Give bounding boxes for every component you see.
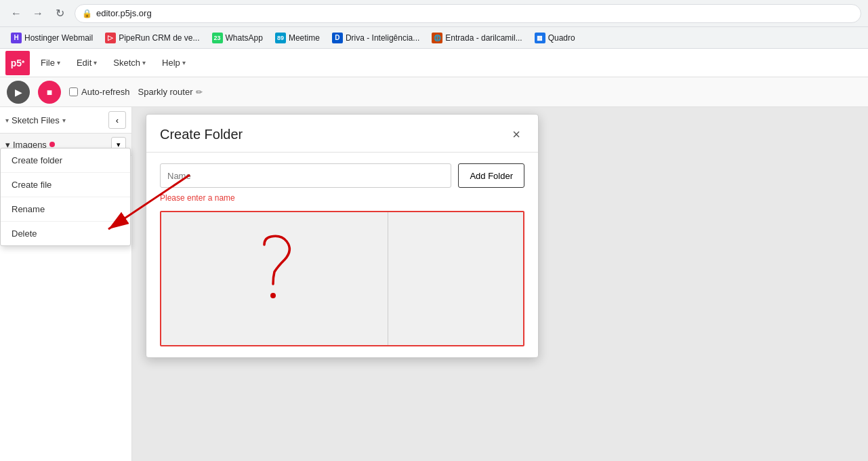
menu-sketch-arrow: ▾: [142, 59, 146, 66]
menu-edit[interactable]: Edit ▾: [71, 55, 102, 71]
context-delete[interactable]: Delete: [1, 222, 130, 245]
main-area: ▾ Sketch Files ▾ ‹ ▾ Imagens ▾ Create fo…: [0, 107, 868, 461]
menu-edit-arrow: ▾: [94, 59, 97, 66]
modal-title: Create Folder: [160, 127, 243, 142]
auto-refresh-text: Auto-refresh: [81, 87, 130, 97]
preview-area: [160, 211, 524, 346]
bookmark-hostinger[interactable]: H Hostinger Webmail: [5, 31, 98, 45]
preview-side-panel: [388, 212, 523, 345]
p5-logo: p5*: [5, 51, 30, 75]
favicon-meetime: 89: [275, 33, 286, 43]
menu-help-arrow: ▾: [182, 59, 186, 66]
bookmark-entrada-label: Entrada - darilcamil...: [445, 33, 522, 43]
menu-help-label: Help: [162, 58, 180, 68]
bookmark-quad-label: Quadro: [548, 33, 575, 43]
context-rename[interactable]: Rename: [1, 197, 130, 222]
bookmark-entrada[interactable]: 🌐 Entrada - darilcamil...: [426, 31, 527, 45]
sidebar-title-text: Sketch Files: [12, 115, 60, 125]
sidebar-back-button[interactable]: ‹: [108, 111, 126, 129]
url-text: editor.p5js.org: [96, 8, 152, 18]
browser-bar: ← → ↻ 🔒 editor.p5js.org: [0, 0, 868, 27]
bookmarks-bar: H Hostinger Webmail ▷ PipeRun CRM de ve.…: [0, 27, 868, 49]
p5-toolbar: p5* File ▾ Edit ▾ Sketch ▾ Help ▾: [0, 49, 868, 77]
sidebar-title-container: ▾ Sketch Files ▾: [5, 115, 66, 125]
menu-sketch-label: Sketch: [113, 58, 140, 68]
reload-button[interactable]: ↻: [50, 4, 69, 23]
context-create-file[interactable]: Create file: [1, 173, 130, 197]
bookmark-piperun-label: PipeRun CRM de ve...: [119, 33, 199, 43]
sketch-name-text: Sparkly router: [138, 87, 193, 97]
content-area: Create Folder × Add Folder Please enter …: [132, 107, 868, 461]
play-button[interactable]: ▶: [7, 81, 30, 104]
sidebar-dropdown-arrow[interactable]: ▾: [62, 117, 66, 124]
bookmark-driva[interactable]: D Driva - Inteligência...: [327, 31, 425, 45]
modal-header: Create Folder ×: [146, 115, 538, 153]
p5-star: *: [22, 59, 24, 67]
favicon-entrada: 🌐: [432, 33, 442, 43]
menu-sketch[interactable]: Sketch ▾: [108, 55, 151, 71]
forward-button[interactable]: →: [28, 4, 47, 23]
favicon-piperun: ▷: [105, 33, 116, 43]
folder-modified-dot: [49, 142, 55, 147]
favicon-hostinger: H: [11, 33, 22, 43]
lock-icon: 🔒: [82, 9, 92, 18]
bookmark-whatsapp[interactable]: 23 WhatsApp: [207, 31, 268, 45]
sidebar-collapse-arrow: ▾: [5, 117, 9, 124]
folder-name-input[interactable]: [160, 163, 451, 188]
auto-refresh-label[interactable]: Auto-refresh: [69, 87, 130, 97]
edit-sketch-name-icon[interactable]: ✏: [196, 87, 203, 97]
modal-body: Add Folder Please enter a name: [146, 153, 538, 357]
modal-close-button[interactable]: ×: [508, 125, 524, 144]
menu-help[interactable]: Help ▾: [157, 55, 191, 71]
sidebar: ▾ Sketch Files ▾ ‹ ▾ Imagens ▾ Create fo…: [0, 107, 132, 461]
context-menu: Create folder Create file Rename Delete: [0, 148, 131, 246]
menu-file-label: File: [41, 58, 55, 68]
auto-refresh-checkbox[interactable]: [69, 87, 78, 96]
question-mark-svg: [234, 231, 315, 326]
favicon-whatsapp: 23: [212, 33, 223, 43]
bookmark-piperun[interactable]: ▷ PipeRun CRM de ve...: [100, 31, 205, 45]
modal-overlay: Create Folder × Add Folder Please enter …: [132, 107, 868, 461]
back-button[interactable]: ←: [7, 4, 26, 23]
stop-button[interactable]: ■: [38, 81, 61, 104]
url-bar[interactable]: 🔒 editor.p5js.org: [75, 4, 861, 23]
context-create-folder[interactable]: Create folder: [1, 148, 130, 173]
sidebar-header: ▾ Sketch Files ▾ ‹: [0, 107, 131, 134]
bookmark-hostinger-label: Hostinger Webmail: [24, 33, 93, 43]
bookmark-meetime-label: Meetime: [289, 33, 320, 43]
sketch-name-container: Sparkly router ✏: [138, 87, 203, 97]
add-folder-button[interactable]: Add Folder: [458, 163, 524, 188]
favicon-quad: ▦: [535, 33, 545, 43]
menu-file-arrow: ▾: [57, 59, 60, 66]
preview-main: [161, 212, 388, 345]
control-bar: ▶ ■ Auto-refresh Sparkly router ✏: [0, 77, 868, 107]
favicon-driva: D: [332, 33, 343, 43]
menu-edit-label: Edit: [77, 58, 91, 68]
svg-point-2: [270, 293, 276, 298]
app-container: p5* File ▾ Edit ▾ Sketch ▾ Help ▾ ▶ ■ Au…: [0, 49, 868, 461]
create-folder-modal: Create Folder × Add Folder Please enter …: [146, 114, 539, 358]
bookmark-whatsapp-label: WhatsApp: [226, 33, 263, 43]
bookmark-driva-label: Driva - Inteligência...: [346, 33, 419, 43]
menu-file[interactable]: File ▾: [35, 55, 66, 71]
browser-nav: ← → ↻: [7, 4, 69, 23]
bookmark-quad[interactable]: ▦ Quadro: [529, 31, 581, 45]
error-message: Please enter a name: [160, 193, 524, 203]
modal-input-row: Add Folder: [160, 163, 524, 188]
bookmark-meetime[interactable]: 89 Meetime: [270, 31, 325, 45]
